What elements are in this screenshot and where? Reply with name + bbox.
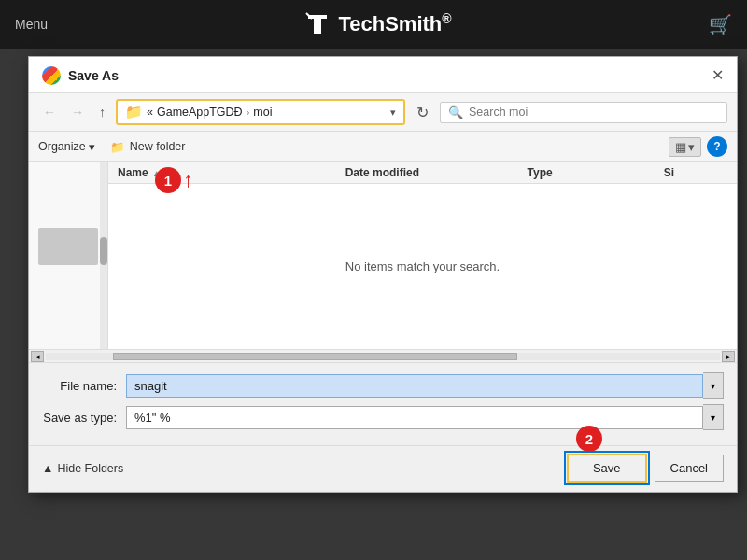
google-drive-icon — [42, 66, 61, 85]
nav-up-button[interactable]: ↑ — [94, 102, 110, 122]
bottom-form: File name: ▾ Save as type: ▾ — [29, 362, 737, 445]
left-nav-placeholder — [38, 228, 98, 265]
left-nav-item[interactable] — [29, 166, 107, 177]
col-name-label: Name — [118, 166, 148, 179]
file-list-main: Name ▲ Date modified Type Si No items ma… — [108, 162, 737, 349]
step2-wrap: 2 Save — [567, 454, 647, 483]
file-name-dropdown[interactable]: ▾ — [703, 372, 724, 399]
breadcrumb-separator: › — [247, 106, 250, 118]
column-type-header[interactable]: Type — [528, 166, 664, 179]
no-items-message: No items match your search. — [108, 184, 737, 349]
toolbar-row: ← → ↑ 📁 « GameAppTGDĐ › moi ▾ 1 ↑ ↻ 🔍 — [29, 93, 737, 132]
save-button[interactable]: Save — [567, 454, 647, 483]
techsmith-logo-icon — [304, 11, 331, 37]
left-nav-item-2[interactable] — [29, 177, 107, 189]
dialog-title-left: Save As — [42, 66, 119, 85]
dialog-footer: ▲ Hide Folders 2 Save Cancel — [29, 445, 737, 492]
file-name-row: File name: ▾ — [42, 372, 724, 399]
hide-folders-icon: ▲ — [42, 462, 53, 475]
dialog-title-bar: Save As ✕ — [29, 57, 737, 93]
scroll-thumb — [113, 353, 517, 360]
view-controls: ▦ ▾ ? — [669, 136, 727, 157]
organize-row: Organize ▾ 📁 New folder ▦ ▾ ? — [29, 132, 737, 162]
search-box: 🔍 — [440, 102, 727, 123]
nav-forward-button[interactable]: → — [66, 102, 89, 122]
column-date-header[interactable]: Date modified — [345, 166, 528, 179]
menu-label[interactable]: Menu — [15, 17, 48, 32]
app-header: Menu TechSmith® 🛒 — [0, 0, 747, 49]
left-nav-scroll-thumb — [100, 237, 107, 265]
organize-label: Organize — [38, 140, 86, 153]
horizontal-scrollbar[interactable]: ◂ ▸ — [29, 349, 737, 362]
help-button[interactable]: ? — [707, 136, 727, 157]
col-date-label: Date modified — [345, 166, 419, 179]
column-size-header[interactable]: Si — [664, 166, 727, 179]
hide-folders-button[interactable]: ▲ Hide Folders — [42, 462, 123, 475]
file-area: Name ▲ Date modified Type Si No items ma… — [29, 162, 737, 349]
breadcrumb-path[interactable]: 📁 « GameAppTGDĐ › moi ▾ — [116, 99, 405, 125]
breadcrumb-parent: GameAppTGDĐ — [157, 105, 243, 119]
left-nav-item-3[interactable] — [29, 189, 107, 200]
nav-back-button[interactable]: ← — [38, 102, 61, 122]
view-arrow-icon: ▾ — [688, 140, 695, 154]
scroll-track[interactable] — [46, 353, 720, 360]
column-name-header[interactable]: Name ▲ — [118, 166, 345, 179]
step2-circle: 2 — [576, 426, 602, 452]
left-nav-scrollbar[interactable] — [100, 162, 107, 349]
left-nav-panel — [29, 162, 108, 349]
cart-icon[interactable]: 🛒 — [709, 13, 732, 35]
brand-name: TechSmith® — [338, 11, 451, 36]
scroll-left-button[interactable]: ◂ — [31, 351, 44, 362]
organize-button[interactable]: Organize ▾ — [38, 140, 95, 154]
hide-folders-label: Hide Folders — [57, 462, 123, 475]
scroll-right-button[interactable]: ▸ — [722, 351, 735, 362]
new-folder-label: New folder — [130, 140, 186, 153]
new-folder-button[interactable]: 📁 New folder — [110, 140, 186, 154]
dialog-title: Save As — [68, 68, 119, 83]
save-as-dialog: Save As ✕ ← → ↑ 📁 « GameAppTGDĐ › moi ▾ … — [28, 56, 738, 493]
organize-arrow-icon: ▾ — [89, 140, 95, 154]
footer-buttons: 2 Save Cancel — [567, 454, 724, 483]
file-name-label: File name: — [42, 379, 126, 393]
save-type-row: Save as type: ▾ — [42, 404, 724, 430]
view-toggle-button[interactable]: ▦ ▾ — [669, 137, 701, 157]
close-dialog-button[interactable]: ✕ — [712, 68, 724, 83]
file-list-header: Name ▲ Date modified Type Si — [108, 162, 737, 184]
brand-logo-area: TechSmith® — [304, 11, 451, 37]
refresh-button[interactable]: ↻ — [411, 101, 434, 124]
breadcrumb-prefix: « — [147, 105, 153, 119]
save-type-dropdown[interactable]: ▾ — [703, 404, 724, 430]
breadcrumb-dropdown-button[interactable]: ▾ — [390, 106, 396, 119]
file-name-input[interactable] — [126, 374, 703, 398]
search-input[interactable] — [469, 105, 719, 119]
breadcrumb-folder-icon: 📁 — [125, 104, 143, 120]
breadcrumb-current: moi — [253, 105, 272, 119]
save-type-label: Save as type: — [42, 411, 126, 425]
view-icon: ▦ — [675, 140, 686, 154]
col-type-label: Type — [528, 166, 553, 179]
save-type-input[interactable] — [126, 406, 703, 429]
col-size-label: Si — [664, 166, 674, 179]
search-icon: 🔍 — [448, 105, 463, 119]
cancel-button[interactable]: Cancel — [655, 455, 724, 482]
col-name-sort-icon: ▲ — [152, 168, 162, 178]
new-folder-icon: 📁 — [110, 140, 125, 154]
